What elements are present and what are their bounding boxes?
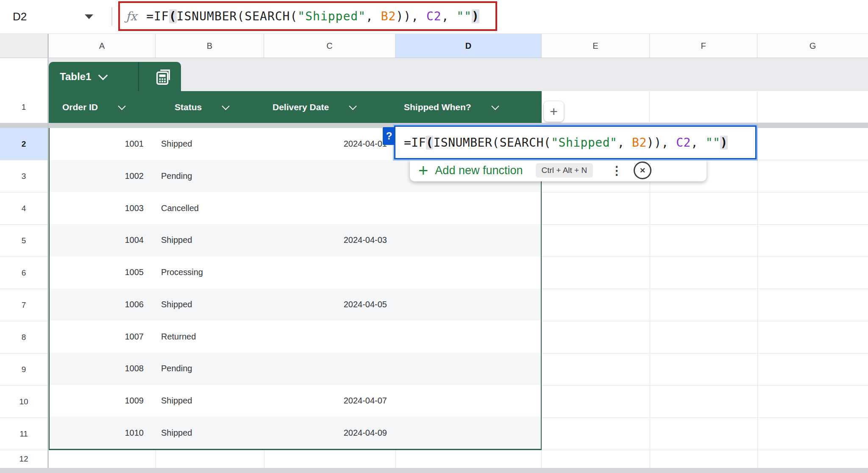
cell-delivery-date[interactable]: 2024-04-09 bbox=[264, 417, 395, 449]
cell-status[interactable]: Processing bbox=[156, 256, 264, 289]
cell-editor[interactable]: =IF(ISNUMBER(SEARCH("Shipped", B2)), C2,… bbox=[394, 125, 757, 159]
chevron-down-icon[interactable] bbox=[491, 102, 499, 110]
cell-status[interactable]: Shipped bbox=[156, 417, 264, 449]
add-column-button[interactable]: + bbox=[544, 101, 564, 122]
cell-delivery-date[interactable] bbox=[264, 353, 395, 385]
row-header-6[interactable]: 6 bbox=[0, 257, 47, 289]
cell-order-id[interactable]: 1004 bbox=[50, 224, 156, 256]
cell-status[interactable]: Shipped bbox=[156, 385, 264, 417]
cell-order-id[interactable]: 1003 bbox=[50, 192, 156, 224]
chevron-down-icon[interactable] bbox=[222, 102, 229, 110]
cell-status[interactable]: Pending bbox=[156, 353, 264, 385]
cell-order-id[interactable]: 1008 bbox=[50, 353, 156, 385]
cell-delivery-date[interactable] bbox=[264, 256, 395, 289]
formula-bar: D2 ƒx =IF(ISNUMBER(SEARCH("Shipped", B2)… bbox=[0, 0, 868, 34]
cell-editor-formula[interactable]: =IF(ISNUMBER(SEARCH("Shipped", B2)), C2,… bbox=[404, 136, 728, 150]
cell-status[interactable]: Shipped bbox=[156, 289, 264, 321]
cell-order-id[interactable]: 1009 bbox=[50, 385, 156, 417]
cell-shipped-when[interactable] bbox=[395, 320, 541, 353]
table-row: 1003 Cancelled bbox=[50, 192, 541, 224]
cell-shipped-when[interactable] bbox=[395, 385, 541, 417]
cell-shipped-when[interactable] bbox=[395, 256, 541, 289]
empty-grid-below[interactable] bbox=[49, 450, 542, 468]
column-header-d[interactable]: D bbox=[395, 34, 542, 58]
cell-delivery-date[interactable]: 2024-04-03 bbox=[264, 224, 395, 256]
row-header-5[interactable]: 5 bbox=[0, 225, 47, 257]
chevron-down-icon bbox=[98, 70, 108, 80]
column-header-f[interactable]: F bbox=[650, 34, 757, 58]
name-box[interactable]: D2 bbox=[0, 0, 111, 33]
cell-order-id[interactable]: 1010 bbox=[50, 417, 156, 449]
plus-icon: + bbox=[418, 162, 428, 179]
cell-order-id[interactable]: 1005 bbox=[50, 256, 156, 289]
name-box-value: D2 bbox=[13, 10, 27, 23]
formula-bar-annotation-box: ƒx =IF(ISNUMBER(SEARCH("Shipped", B2)), … bbox=[118, 1, 497, 31]
shortcut-badge: Ctrl + Alt + N bbox=[536, 163, 593, 178]
column-header-g[interactable]: G bbox=[757, 34, 868, 58]
row-header-11[interactable]: 11 bbox=[0, 418, 47, 450]
close-icon[interactable]: ✕ bbox=[634, 161, 651, 179]
row-header-1[interactable]: 1 bbox=[0, 91, 47, 123]
table-name-chip[interactable]: Table1 bbox=[49, 62, 181, 91]
table-row: 1008 Pending bbox=[50, 353, 541, 385]
cell-shipped-when[interactable] bbox=[395, 417, 541, 449]
column-header-a[interactable]: A bbox=[49, 34, 156, 58]
row-header-4[interactable]: 4 bbox=[0, 192, 47, 225]
cell-delivery-date[interactable] bbox=[264, 320, 395, 353]
fx-icon: ƒx bbox=[126, 9, 137, 23]
cell-f1[interactable] bbox=[650, 91, 757, 123]
row-header-7[interactable]: 7 bbox=[0, 289, 47, 321]
cell-shipped-when[interactable] bbox=[395, 192, 541, 224]
cell-order-id[interactable]: 1001 bbox=[50, 128, 156, 160]
cell-delivery-date[interactable] bbox=[264, 192, 395, 224]
select-all-corner[interactable] bbox=[0, 34, 49, 58]
bottom-edge-strip bbox=[0, 468, 868, 473]
table-header-shipped-when[interactable]: Shipped When? bbox=[395, 91, 542, 123]
cell-status[interactable]: Shipped bbox=[156, 128, 264, 160]
cell-delivery-date[interactable]: 2024-04-01 bbox=[264, 128, 395, 160]
formula-bar-input[interactable]: =IF(ISNUMBER(SEARCH("Shipped", B2)), C2,… bbox=[146, 9, 479, 23]
cell-delivery-date[interactable]: 2024-04-05 bbox=[264, 289, 395, 321]
cell-order-id[interactable]: 1007 bbox=[50, 320, 156, 353]
row-header-3[interactable]: 3 bbox=[0, 160, 47, 192]
row-header-12[interactable]: 12 bbox=[0, 450, 47, 468]
cell-status[interactable]: Shipped bbox=[156, 224, 264, 256]
table-header-status[interactable]: Status bbox=[156, 91, 264, 123]
row-header-9[interactable]: 9 bbox=[0, 353, 47, 386]
formula-suggestion-popup: + Add new function Ctrl + Alt + N ⋮ ✕ bbox=[410, 159, 707, 181]
column-header-c[interactable]: C bbox=[264, 34, 395, 58]
cell-delivery-date[interactable]: 2024-04-07 bbox=[264, 385, 395, 417]
cell-delivery-date[interactable] bbox=[264, 160, 395, 192]
table-view-icon[interactable] bbox=[146, 62, 181, 91]
formula-help-badge[interactable]: ? bbox=[383, 127, 395, 145]
cell-order-id[interactable]: 1006 bbox=[50, 289, 156, 321]
cell-order-id[interactable]: 1002 bbox=[50, 160, 156, 192]
spreadsheet-app: D2 ƒx =IF(ISNUMBER(SEARCH("Shipped", B2)… bbox=[0, 0, 868, 473]
gridline bbox=[156, 450, 156, 468]
name-box-dropdown-icon[interactable] bbox=[85, 14, 93, 19]
chevron-down-icon[interactable] bbox=[349, 102, 356, 110]
table-header-row: Order ID Status Delivery Date Shipped Wh… bbox=[49, 91, 542, 123]
row-header-10[interactable]: 10 bbox=[0, 386, 47, 418]
table-header-order-id[interactable]: Order ID bbox=[49, 91, 156, 123]
table-row: 1007 Returned bbox=[50, 320, 541, 353]
cell-shipped-when[interactable] bbox=[395, 224, 541, 256]
row-header-border bbox=[47, 34, 49, 468]
kebab-menu-icon[interactable]: ⋮ bbox=[611, 164, 623, 178]
table-header-delivery-date[interactable]: Delivery Date bbox=[264, 91, 395, 123]
row-header-8[interactable]: 8 bbox=[0, 321, 47, 353]
cell-shipped-when[interactable] bbox=[395, 289, 541, 321]
chevron-down-icon[interactable] bbox=[118, 102, 125, 110]
cell-status[interactable]: Cancelled bbox=[156, 192, 264, 224]
column-header-e[interactable]: E bbox=[542, 34, 650, 58]
table-row: 1005 Processing bbox=[50, 256, 541, 289]
cell-g1[interactable] bbox=[757, 91, 868, 123]
cell-status[interactable]: Returned bbox=[156, 320, 264, 353]
cell-status[interactable]: Pending bbox=[156, 160, 264, 192]
cell-shipped-when[interactable] bbox=[395, 353, 541, 385]
column-header-b[interactable]: B bbox=[156, 34, 264, 58]
row-headers: 2 3 4 5 6 7 8 9 10 11 bbox=[0, 128, 47, 450]
gridline bbox=[395, 450, 396, 468]
add-new-function-button[interactable]: Add new function bbox=[435, 164, 523, 177]
row-header-2[interactable]: 2 bbox=[0, 128, 47, 160]
